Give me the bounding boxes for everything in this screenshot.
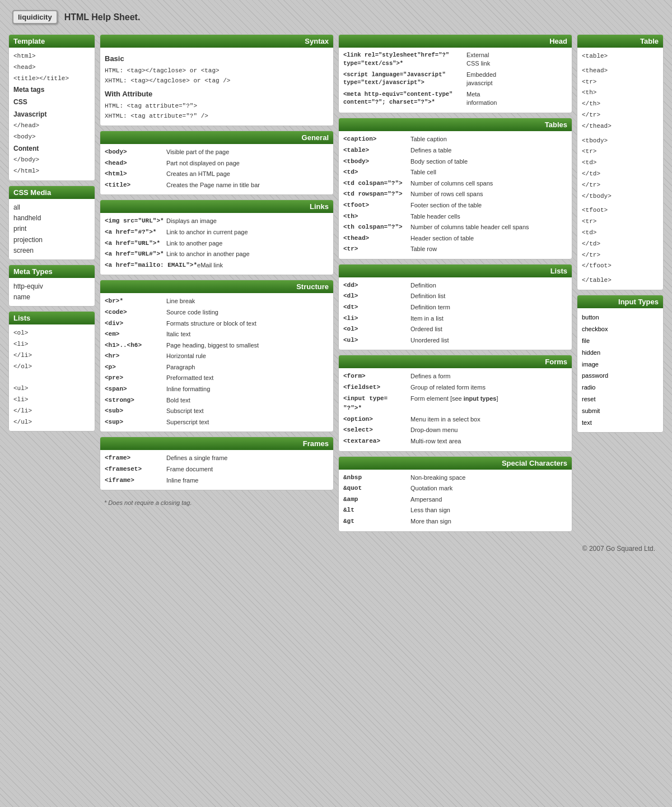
- list-item: <ol>: [13, 328, 90, 339]
- right-column: Table <table> <thead><tr><th></th></tr><…: [577, 34, 664, 536]
- forms-tag: <option>: [343, 415, 410, 425]
- tables-row: <td rowspan="?"> Number of rows cell spa…: [343, 189, 567, 200]
- table-desc: Defines a table: [410, 146, 567, 156]
- input-type-item: password: [582, 370, 659, 382]
- head-desc: Metainformation: [466, 90, 497, 108]
- css-media-header: CSS Media: [9, 186, 95, 199]
- frames-header: Frames: [100, 437, 333, 450]
- special-chars-tag: &lt: [343, 505, 410, 516]
- lists-mid-tag: <li>: [343, 314, 410, 324]
- table-desc: Body section of table: [410, 157, 567, 167]
- tables-row: <tfoot> Footer section of the table: [343, 201, 567, 211]
- input-type-item: image: [582, 359, 659, 370]
- table-group: </table>: [582, 275, 659, 286]
- structure-row: <sup> Superscript text: [105, 418, 329, 428]
- structure-row: <pre> Preformatted text: [105, 373, 329, 383]
- structure-tag: <div>: [105, 319, 166, 329]
- table-tag: <tr>: [343, 244, 410, 254]
- list-item: <ul>: [13, 383, 90, 395]
- general-tag: <body>: [105, 147, 166, 157]
- special-chars-tag: &amp: [343, 495, 410, 505]
- tables-row: <td colspan="?"> Number of columns cell …: [343, 179, 567, 189]
- structure-tag: <h1>..<h6>: [105, 341, 166, 351]
- table-tag: <caption>: [343, 134, 410, 145]
- lists-mid-tag: <ul>: [343, 336, 410, 346]
- links-content: <img src="URL">* Displays an image <a hr…: [100, 213, 333, 275]
- structure-row: <hr> Horizontal rule: [105, 351, 329, 361]
- lists-mid-tag: <dd>: [343, 281, 410, 291]
- table-tag: <tbody>: [343, 157, 410, 167]
- special-chars-tag: &nbsp: [343, 473, 410, 483]
- links-row: <a href="#?">* Link to anchor in current…: [105, 228, 329, 238]
- frames-desc: Frame document: [166, 465, 329, 475]
- table-tag: <td colspan="?">: [343, 179, 410, 189]
- table-group: <thead><tr><th></th></tr></thead>: [582, 66, 659, 132]
- lists-mid-row: <li> Item in a list: [343, 314, 567, 324]
- table-tag: <table>: [343, 146, 410, 156]
- structure-tag: <p>: [105, 363, 166, 373]
- structure-tag: <br>*: [105, 296, 166, 307]
- input-types-section: Input Types button checkbox file hidden …: [577, 295, 664, 433]
- forms-tag: <fieldset>: [343, 383, 410, 393]
- table-desc: Table cell: [410, 168, 567, 178]
- lists-mid-header: Lists: [339, 265, 572, 277]
- template-header: Template: [9, 35, 95, 48]
- input-type-item: reset: [582, 393, 659, 405]
- special-chars-content: &nbsp Non-breaking space &quot Quotation…: [339, 470, 572, 531]
- meta-types-section: Meta Types http-equiv name: [8, 265, 95, 307]
- template-item: </html>: [13, 166, 90, 177]
- css-media-section: CSS Media all handheld print projection …: [8, 185, 95, 260]
- frames-section: Frames <frame> Defines a single frame <f…: [100, 437, 334, 490]
- template-item: </head>: [13, 120, 90, 132]
- lists-mid-desc: Item in a list: [410, 314, 567, 324]
- structure-desc: Source code listing: [166, 308, 329, 318]
- special-chars-desc: More than sign: [410, 517, 567, 527]
- template-item: <title></title>: [13, 73, 90, 85]
- table-tag: <td rowspan="?">: [343, 189, 410, 200]
- input-type-item: text: [582, 417, 659, 429]
- lists-mid-desc: Definition: [410, 281, 567, 291]
- special-chars-desc: Ampersand: [410, 495, 567, 505]
- syntax-header: Syntax: [100, 35, 333, 48]
- header: liquidicity HTML Help Sheet.: [6, 6, 666, 29]
- template-item: <head>: [13, 62, 90, 73]
- table-desc: Footer section of the table: [410, 201, 567, 211]
- structure-row: <br>* Line break: [105, 296, 329, 307]
- head-tag: <meta http-equiv="content-type"content="…: [343, 90, 466, 106]
- syntax-basic-heading: Basic: [105, 53, 329, 65]
- special-chars-row: &lt Less than sign: [343, 505, 567, 516]
- template-item: Content: [13, 143, 90, 155]
- links-tag: <img src="URL">*: [105, 216, 166, 226]
- special-chars-header: Special Characters: [339, 457, 572, 470]
- lists-mid-row: <dd> Definition: [343, 281, 567, 291]
- table-desc: Table header cells: [410, 212, 567, 222]
- list-item: </ol>: [13, 361, 90, 373]
- structure-row: <p> Paragraph: [105, 363, 329, 373]
- tables-row: <th> Table header cells: [343, 212, 567, 222]
- table-right-content: <table> <thead><tr><th></th></tr></thead…: [577, 48, 663, 290]
- footnote: * Does not require a closing tag.: [100, 495, 334, 511]
- lists-mid-content: <dd> Definition <dl> Definition list <dt…: [339, 277, 572, 350]
- special-chars-desc: Non-breaking space: [410, 473, 567, 483]
- forms-row: <fieldset> Group of related form items: [343, 383, 567, 393]
- lists-mid-desc: Definition list: [410, 291, 567, 302]
- links-desc: Link to another page: [166, 239, 329, 249]
- tables-row: <table> Defines a table: [343, 146, 567, 156]
- head-header: Head: [339, 35, 572, 48]
- links-desc: Link to anchor in another page: [166, 249, 329, 259]
- forms-desc: Drop-down menu: [410, 425, 567, 435]
- footer-text: © 2007 Go Squared Ltd.: [582, 545, 655, 553]
- special-chars-row: &amp Ampersand: [343, 495, 567, 505]
- list-item: </li>: [13, 350, 90, 361]
- special-chars-tag: &gt: [343, 517, 410, 527]
- forms-row: <select> Drop-down menu: [343, 425, 567, 435]
- links-desc: eMail link: [197, 261, 329, 271]
- links-desc: Link to anchor in current page: [166, 228, 329, 238]
- lists-left-content: <ol> <li> </li> </ol> <ul> <li> </li> </…: [9, 324, 95, 431]
- lists-mid-tag: <dt>: [343, 303, 410, 313]
- table-tag: <thead>: [343, 234, 410, 244]
- list-item: </ul>: [13, 417, 90, 428]
- general-tag: <head>: [105, 159, 166, 169]
- lists-mid-desc: Definition term: [410, 303, 567, 313]
- left-column: Template <html> <head> <title></title> M…: [8, 34, 95, 536]
